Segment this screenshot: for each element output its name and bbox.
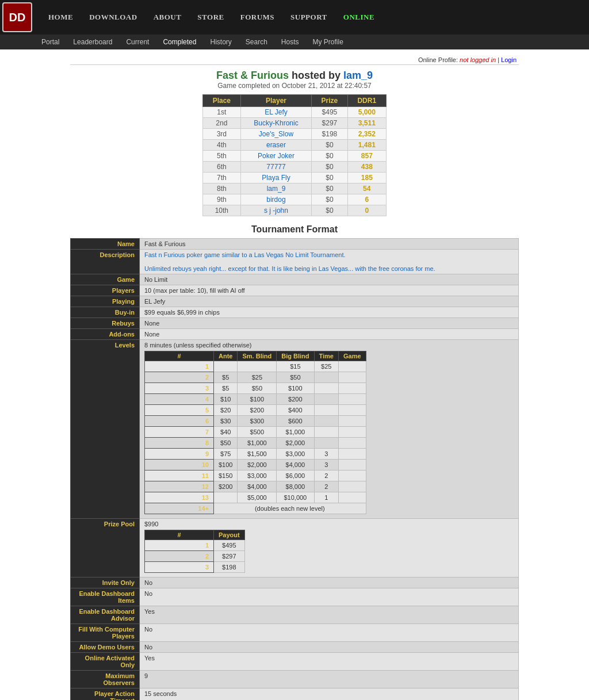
info-value: Fast & Furious <box>140 239 519 250</box>
info-value: Yes <box>140 606 519 624</box>
result-ddr: 1,481 <box>347 140 386 151</box>
info-value: Fast n Furious poker game similar to a L… <box>140 250 519 274</box>
info-value: No Limit <box>140 274 519 285</box>
levels-table: #AnteSm. BlindBig BlindTimeGame 1 $15 $2… <box>144 351 366 514</box>
results-row: 9th birdog $0 6 <box>203 194 387 205</box>
info-label: Prize Pool <box>71 519 140 577</box>
info-value: None <box>140 329 519 340</box>
result-player[interactable]: 77777 <box>240 162 312 173</box>
subnav-portal[interactable]: Portal <box>35 37 66 47</box>
result-player[interactable]: EL Jefy <box>240 107 312 118</box>
result-player[interactable]: Bucky-Khronic <box>240 118 312 129</box>
levels-col: # <box>145 351 214 361</box>
result-ddr: 0 <box>347 205 386 216</box>
info-row: Players10 (max per table: 10), fill with… <box>71 285 519 296</box>
col-place: Place <box>203 95 241 107</box>
result-player[interactable]: eraser <box>240 140 312 151</box>
nav-support[interactable]: SUPPORT <box>282 8 335 26</box>
info-row: Online Activated OnlyYes <box>71 653 519 671</box>
result-place: 1st <box>203 107 241 118</box>
not-logged-text: not logged in <box>460 56 496 63</box>
col-prize: Prize <box>312 95 347 107</box>
info-label: Fill With Computer Players <box>71 624 140 642</box>
host-name: lam_9 <box>343 70 373 81</box>
info-label: Player Action Timeout <box>71 688 140 701</box>
info-label: Enable Dashboard Items <box>71 588 140 606</box>
results-row: 2nd Bucky-Khronic $297 3,511 <box>203 118 387 129</box>
results-row: 8th lam_9 $0 54 <box>203 183 387 194</box>
profile-label: Online Profile: <box>418 56 458 63</box>
info-row: Buy-in$99 equals $6,999 in chips <box>71 307 519 318</box>
result-place: 9th <box>203 194 241 205</box>
info-label: Name <box>71 239 140 250</box>
result-prize: $0 <box>312 162 347 173</box>
result-prize: $0 <box>312 151 347 162</box>
main-nav: HOME DOWNLOAD ABOUT STORE FORUMS SUPPORT… <box>35 8 589 26</box>
info-label: Game <box>71 274 140 285</box>
col-player: Player <box>240 95 312 107</box>
subnav-search[interactable]: Search <box>239 37 274 47</box>
info-value: 10 (max per table: 10), fill with AI off <box>140 285 519 296</box>
result-prize: $0 <box>312 194 347 205</box>
nav-download[interactable]: DOWNLOAD <box>81 8 145 26</box>
result-player[interactable]: Poker Joker <box>240 151 312 162</box>
result-player[interactable]: Joe's_Slow <box>240 129 312 140</box>
info-row: Fill With Computer PlayersNo <box>71 624 519 642</box>
info-label: Buy-in <box>71 307 140 318</box>
subnav-myprofile[interactable]: My Profile <box>306 37 350 47</box>
info-label: Players <box>71 285 140 296</box>
login-link[interactable]: Login <box>501 56 517 63</box>
info-row: Add-onsNone <box>71 329 519 340</box>
col-ddr: DDR1 <box>347 95 386 107</box>
result-ddr: 438 <box>347 162 386 173</box>
result-place: 4th <box>203 140 241 151</box>
result-ddr: 54 <box>347 183 386 194</box>
result-prize: $0 <box>312 205 347 216</box>
result-player[interactable]: Playa Fly <box>240 173 312 183</box>
result-player[interactable]: birdog <box>240 194 312 205</box>
nav-online[interactable]: ONLINE <box>335 8 383 26</box>
nav-forums[interactable]: FORUMS <box>232 8 282 26</box>
subnav-leaderboard[interactable]: Leaderboard <box>66 37 119 47</box>
subnav-completed[interactable]: Completed <box>156 37 203 47</box>
subnav-hosts[interactable]: Hosts <box>274 37 306 47</box>
result-place: 6th <box>203 162 241 173</box>
levels-col: Sm. Blind <box>238 351 277 361</box>
info-row: Enable Dashboard ItemsNo <box>71 588 519 606</box>
info-row: NameFast & Furious <box>71 239 519 250</box>
nav-home[interactable]: HOME <box>40 8 81 26</box>
results-row: 10th s j -john $0 0 <box>203 205 387 216</box>
info-value: No <box>140 577 519 588</box>
info-label: Description <box>71 250 140 274</box>
results-row: 5th Poker Joker $0 857 <box>203 151 387 162</box>
info-label: Enable Dashboard Advisor <box>71 606 140 624</box>
result-player[interactable]: lam_9 <box>240 183 312 194</box>
site-logo: DD <box>2 2 32 32</box>
prize-col: Payout <box>214 530 245 540</box>
result-prize: $495 <box>312 107 347 118</box>
nav-about[interactable]: ABOUT <box>146 8 190 26</box>
result-prize: $0 <box>312 183 347 194</box>
top-navigation: DD HOME DOWNLOAD ABOUT STORE FORUMS SUPP… <box>0 0 589 49</box>
result-player[interactable]: s j -john <box>240 205 312 216</box>
info-row: Invite OnlyNo <box>71 577 519 588</box>
nav-store[interactable]: STORE <box>189 8 232 26</box>
levels-col: Ante <box>214 351 238 361</box>
info-label: Maximum Observers <box>71 671 140 688</box>
info-value: $99 equals $6,999 in chips <box>140 307 519 318</box>
info-value: $990#Payout1$4952$2973$198 <box>140 519 519 577</box>
profile-bar: Online Profile: not logged in | Login <box>70 55 519 65</box>
subnav-current[interactable]: Current <box>119 37 156 47</box>
info-value: 9 <box>140 671 519 688</box>
result-prize: $198 <box>312 129 347 140</box>
info-label: Playing <box>71 296 140 307</box>
sub-nav: Portal Leaderboard Current Completed His… <box>0 35 589 49</box>
result-ddr: 185 <box>347 173 386 183</box>
info-label: Online Activated Only <box>71 653 140 671</box>
main-content: Online Profile: not logged in | Login Fa… <box>64 49 525 700</box>
info-label: Rebuys <box>71 318 140 329</box>
info-row: Enable Dashboard AdvisorYes <box>71 606 519 624</box>
tournament-format-heading: Tournament Format <box>70 224 519 235</box>
subnav-history[interactable]: History <box>203 37 238 47</box>
info-row: Levels8 minutes (unless specified otherw… <box>71 340 519 519</box>
